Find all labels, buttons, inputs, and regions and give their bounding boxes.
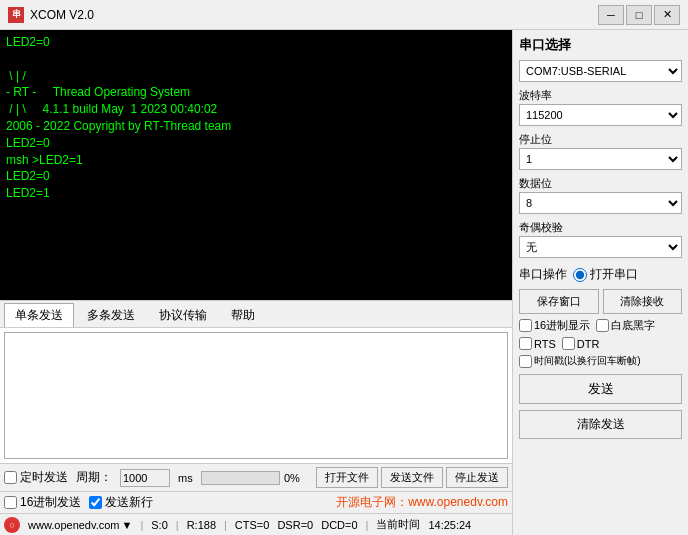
statusbar: ○ www.openedv.com ▼ | S:0 | R:188 | CTS=… bbox=[0, 513, 512, 535]
action-btns-row: 保存窗口 清除接收 bbox=[519, 289, 682, 314]
terminal-line: \ | / bbox=[6, 68, 506, 85]
hex-send-label: 16进制发送 bbox=[4, 494, 81, 511]
terminal-line: LED2=1 bbox=[6, 185, 506, 202]
r-count: R:188 bbox=[187, 519, 216, 531]
tab-multi-send[interactable]: 多条发送 bbox=[76, 303, 146, 327]
tab-protocol[interactable]: 协议传输 bbox=[148, 303, 218, 327]
window-controls: ─ □ ✕ bbox=[598, 5, 680, 25]
port-field: COM7:USB-SERIAL bbox=[519, 60, 682, 82]
parity-label: 奇偶校验 bbox=[519, 220, 682, 235]
open-port-radio-input[interactable] bbox=[573, 268, 587, 282]
tab-bar: 单条发送 多条发送 协议传输 帮助 bbox=[0, 300, 512, 328]
terminal-line: LED2=0 bbox=[6, 34, 506, 51]
stop-select[interactable]: 1 bbox=[519, 148, 682, 170]
right-panel: 串口选择 COM7:USB-SERIAL 波特率 115200 停止位 1 数据… bbox=[513, 30, 688, 535]
save-window-button[interactable]: 保存窗口 bbox=[519, 289, 599, 314]
baud-field: 波特率 115200 bbox=[519, 88, 682, 126]
white-black-label: 白底黑字 bbox=[611, 318, 655, 333]
clear-recv-button[interactable]: 清除接收 bbox=[603, 289, 683, 314]
send-area bbox=[0, 328, 512, 464]
terminal-line: 2006 - 2022 Copyright by RT-Thread team bbox=[6, 118, 506, 135]
timed-send-checkbox[interactable] bbox=[4, 471, 17, 484]
data-bits-label: 数据位 bbox=[519, 176, 682, 191]
send-file-button[interactable]: 发送文件 bbox=[381, 467, 443, 488]
minimize-button[interactable]: ─ bbox=[598, 5, 624, 25]
dtr-checkbox[interactable] bbox=[562, 337, 575, 350]
stop-send-button[interactable]: 停止发送 bbox=[446, 467, 508, 488]
newline-checkbox[interactable] bbox=[89, 496, 102, 509]
s-count: S:0 bbox=[151, 519, 168, 531]
tab-help[interactable]: 帮助 bbox=[220, 303, 266, 327]
period-label: 周期： bbox=[76, 469, 112, 486]
send-button[interactable]: 发送 bbox=[519, 374, 682, 404]
current-time: 14:25:24 bbox=[428, 519, 471, 531]
timestamp-label: 时间戳(以换行回车断帧) bbox=[534, 354, 641, 368]
hex-display-label: 16进制显示 bbox=[534, 318, 590, 333]
status-dropdown[interactable]: www.openedv.com ▼ bbox=[28, 519, 132, 531]
terminal-output: LED2=0 \ | / - RT - Thread Operating Sys… bbox=[0, 30, 512, 300]
tab-single-send[interactable]: 单条发送 bbox=[4, 303, 74, 327]
rts-dtr-row: RTS DTR bbox=[519, 337, 682, 350]
newline-label: 发送新行 bbox=[89, 494, 153, 511]
status-url: www.openedv.com bbox=[28, 519, 120, 531]
thread-os-label: Thread Operating System bbox=[53, 85, 190, 99]
dcd-label: DCD=0 bbox=[321, 519, 357, 531]
cts-label: CTS=0 bbox=[235, 519, 270, 531]
port-select[interactable]: COM7:USB-SERIAL bbox=[519, 60, 682, 82]
data-bits-select[interactable]: 8 bbox=[519, 192, 682, 214]
timed-send-label: 定时发送 bbox=[4, 469, 68, 486]
terminal-line: LED2=0 bbox=[6, 168, 506, 185]
parity-select[interactable]: 无 bbox=[519, 236, 682, 258]
app-icon: 串 bbox=[8, 7, 24, 23]
dtr-label: DTR bbox=[577, 338, 600, 350]
stop-label: 停止位 bbox=[519, 132, 682, 147]
terminal-line: - RT - Thread Operating System bbox=[6, 84, 506, 101]
terminal-line: LED2=0 bbox=[6, 135, 506, 152]
rts-label: RTS bbox=[534, 338, 556, 350]
progress-bar bbox=[201, 471, 280, 485]
serial-op-label: 串口操作 bbox=[519, 266, 567, 283]
percent-label: 0% bbox=[284, 472, 308, 484]
baud-select[interactable]: 115200 bbox=[519, 104, 682, 126]
clear-send-button[interactable]: 清除发送 bbox=[519, 410, 682, 439]
dsr-label: DSR=0 bbox=[277, 519, 313, 531]
terminal-line: msh >LED2=1 bbox=[6, 152, 506, 169]
file-buttons: 打开文件 发送文件 停止发送 bbox=[316, 467, 508, 488]
main-container: LED2=0 \ | / - RT - Thread Operating Sys… bbox=[0, 30, 688, 535]
send-options-row2: 16进制发送 发送新行 开源电子网：www.openedv.com bbox=[0, 492, 512, 513]
serial-op-row: 串口操作 打开串口 bbox=[519, 266, 682, 283]
send-input[interactable] bbox=[4, 332, 508, 459]
display-options-row: 16进制显示 白底黑字 bbox=[519, 318, 682, 333]
ms-label: ms bbox=[178, 472, 193, 484]
left-panel: LED2=0 \ | / - RT - Thread Operating Sys… bbox=[0, 30, 513, 535]
time-prefix: 当前时间 bbox=[376, 517, 420, 532]
open-file-button[interactable]: 打开文件 bbox=[316, 467, 378, 488]
titlebar: 串 XCOM V2.0 ─ □ ✕ bbox=[0, 0, 688, 30]
stop-field: 停止位 1 bbox=[519, 132, 682, 170]
hex-send-checkbox[interactable] bbox=[4, 496, 17, 509]
terminal-line bbox=[6, 51, 506, 68]
white-black-checkbox[interactable] bbox=[596, 319, 609, 332]
baud-label: 波特率 bbox=[519, 88, 682, 103]
send-options-row: 定时发送 周期： ms 0% 打开文件 发送文件 停止发送 bbox=[0, 464, 512, 492]
website-link[interactable]: 开源电子网：www.openedv.com bbox=[336, 494, 508, 511]
terminal-line: / | \ 4.1.1 build May 1 2023 00:40:02 bbox=[6, 101, 506, 118]
app-title: XCOM V2.0 bbox=[30, 8, 598, 22]
parity-field: 奇偶校验 无 bbox=[519, 220, 682, 258]
section-title: 串口选择 bbox=[519, 36, 682, 54]
period-input[interactable] bbox=[120, 469, 170, 487]
data-bits-field: 数据位 8 bbox=[519, 176, 682, 214]
rts-checkbox[interactable] bbox=[519, 337, 532, 350]
close-button[interactable]: ✕ bbox=[654, 5, 680, 25]
open-port-radio[interactable]: 打开串口 bbox=[573, 266, 638, 283]
status-icon: ○ bbox=[4, 517, 20, 533]
timestamp-row: 时间戳(以换行回车断帧) bbox=[519, 354, 682, 368]
hex-display-checkbox[interactable] bbox=[519, 319, 532, 332]
maximize-button[interactable]: □ bbox=[626, 5, 652, 25]
progress-area: 0% bbox=[201, 471, 308, 485]
open-port-radio-label: 打开串口 bbox=[590, 266, 638, 283]
timestamp-checkbox[interactable] bbox=[519, 355, 532, 368]
